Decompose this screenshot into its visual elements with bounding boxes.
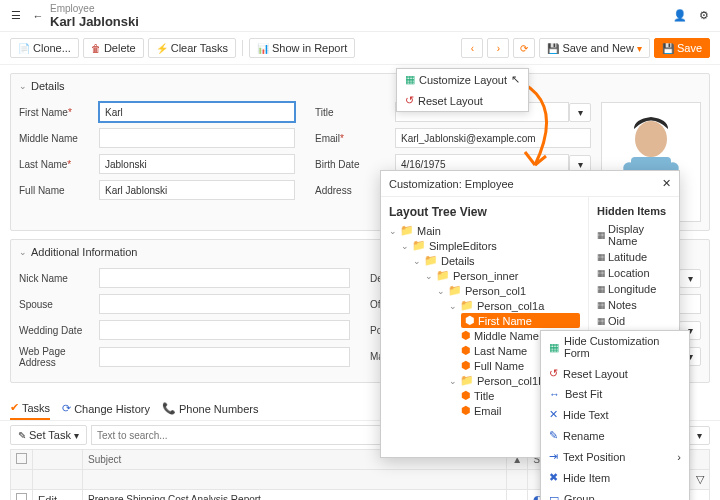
- hidden-item[interactable]: ▦ Oid: [597, 313, 671, 329]
- ctx-hide-item[interactable]: ✖Hide Item: [541, 467, 689, 488]
- set-task-button[interactable]: ✎ Set Task ▾: [10, 425, 87, 445]
- ctx-hide-text[interactable]: ✕Hide Text: [541, 404, 689, 425]
- clone-button[interactable]: 📄 Clone...: [10, 38, 79, 58]
- save-button[interactable]: 💾 Save: [654, 38, 710, 58]
- row-check[interactable]: [16, 493, 27, 500]
- tab-tasks[interactable]: ✔Tasks: [10, 397, 50, 420]
- customize-layout-item[interactable]: ▦Customize Layout ↖: [397, 69, 528, 90]
- cursor-icon: ↖: [511, 73, 520, 86]
- clear-tasks-button[interactable]: ⚡ Clear Tasks: [148, 38, 236, 58]
- tab-change-history[interactable]: ⟳Change History: [62, 397, 150, 420]
- delete-button[interactable]: 🗑 Delete: [83, 38, 144, 58]
- breadcrumb: Employee Karl Jablonski: [50, 3, 139, 29]
- user-icon[interactable]: 👤: [672, 8, 688, 24]
- hidden-item[interactable]: ▦ Location: [597, 265, 671, 281]
- last-name-input[interactable]: [99, 154, 295, 174]
- label-first-name: First Name: [19, 107, 99, 118]
- filter-icon[interactable]: ▽: [696, 473, 704, 485]
- title-dropdown[interactable]: ▾: [569, 103, 591, 122]
- prev-button[interactable]: ‹: [461, 38, 483, 58]
- tree-node[interactable]: ⌄📁Person_inner: [389, 268, 580, 283]
- back-icon[interactable]: ←: [30, 8, 46, 24]
- email-input[interactable]: [395, 128, 591, 148]
- nick-input[interactable]: [99, 268, 350, 288]
- cust-title: Customization: Employee: [389, 178, 514, 190]
- label-title: Title: [315, 107, 395, 118]
- cell-subject: Prepare Shipping Cost Analysis Report: [83, 490, 507, 501]
- ctx-group[interactable]: ▭Group: [541, 488, 689, 500]
- label-middle-name: Middle Name: [19, 133, 99, 144]
- tab-phone[interactable]: 📞Phone Numbers: [162, 397, 259, 420]
- next-button[interactable]: ›: [487, 38, 509, 58]
- context-menu: ▦Hide Customization Form ↺Reset Layout ↔…: [540, 330, 690, 500]
- tree-node-main[interactable]: ⌄📁Main: [389, 223, 580, 238]
- refresh-button[interactable]: ⟳: [513, 38, 535, 58]
- ctx-rename[interactable]: ✎Rename: [541, 425, 689, 446]
- hidden-item[interactable]: ▦ Display Name: [597, 221, 671, 249]
- svg-point-0: [635, 121, 667, 157]
- edit-link[interactable]: Edit: [38, 494, 57, 501]
- grid-filter[interactable]: ▾: [688, 426, 710, 445]
- wedding-input[interactable]: [99, 320, 350, 340]
- ctx-reset[interactable]: ↺Reset Layout: [541, 363, 689, 384]
- middle-name-input[interactable]: [99, 128, 295, 148]
- dept-dd[interactable]: ▾: [679, 269, 701, 288]
- tree-node[interactable]: ⌄📁SimpleEditors: [389, 238, 580, 253]
- web-input[interactable]: [99, 347, 350, 367]
- label-last-name: Last Name: [19, 159, 99, 170]
- reset-layout-item[interactable]: ↺Reset Layout: [397, 90, 528, 111]
- check-all[interactable]: [16, 453, 27, 464]
- hidden-item[interactable]: ▦ Longitude: [597, 281, 671, 297]
- tree-node-selected[interactable]: ⬢First Name: [461, 313, 580, 328]
- show-in-report-button[interactable]: 📊 Show in Report: [249, 38, 355, 58]
- label-birth: Birth Date: [315, 159, 395, 170]
- gear-icon[interactable]: ⚙: [696, 8, 712, 24]
- save-new-button[interactable]: 💾 Save and New ▾: [539, 38, 650, 58]
- label-nick: Nick Name: [19, 273, 99, 284]
- label-spouse: Spouse: [19, 299, 99, 310]
- tree-title: Layout Tree View: [389, 205, 580, 219]
- layout-popup: ▦Customize Layout ↖ ↺Reset Layout: [396, 68, 529, 112]
- close-icon[interactable]: ✕: [662, 177, 671, 190]
- hidden-item[interactable]: ▦ Latitude: [597, 249, 671, 265]
- tree-node[interactable]: ⌄📁Details: [389, 253, 580, 268]
- details-header[interactable]: ⌄Details: [11, 74, 709, 98]
- spouse-input[interactable]: [99, 294, 350, 314]
- tree-node[interactable]: ⌄📁Person_col1: [389, 283, 580, 298]
- label-email: Email: [315, 133, 395, 144]
- ctx-hide-form[interactable]: ▦Hide Customization Form: [541, 331, 689, 363]
- ctx-best-fit[interactable]: ↔Best Fit: [541, 384, 689, 404]
- ctx-text-pos[interactable]: ⇥Text Position›: [541, 446, 689, 467]
- hidden-item[interactable]: ▦ Notes: [597, 297, 671, 313]
- page-title: Karl Jablonski: [50, 14, 139, 29]
- first-name-input[interactable]: [99, 102, 295, 122]
- tree-node[interactable]: ⌄📁Person_col1a: [389, 298, 580, 313]
- hidden-title: Hidden Items: [597, 205, 671, 217]
- label-web: Web Page Address: [19, 346, 99, 368]
- full-name-input[interactable]: [99, 180, 295, 200]
- label-wedding: Wedding Date: [19, 325, 99, 336]
- label-full-name: Full Name: [19, 185, 99, 196]
- menu-icon[interactable]: ☰: [8, 8, 24, 24]
